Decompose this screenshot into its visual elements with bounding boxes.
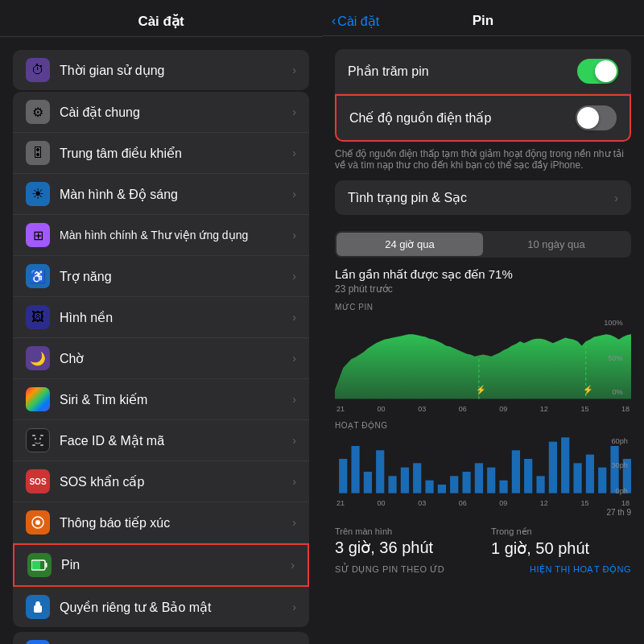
svg-rect-41	[561, 437, 569, 493]
svg-rect-11	[34, 605, 42, 613]
settings-item-wallpaper[interactable]: 🖼 Hình nền ›	[13, 297, 309, 338]
settings-item-sos[interactable]: SOS SOS khẩn cấp ›	[13, 461, 309, 502]
toggle-battery-pct[interactable]	[577, 59, 618, 84]
svg-rect-38	[524, 459, 532, 493]
charge-sub: 23 phút trước	[335, 283, 631, 295]
settings-item-general[interactable]: ⚙ Cài đặt chung ›	[13, 92, 309, 133]
settings-item-homescreen[interactable]: ⊞ Màn hình chính & Thư viện ứng dụng ›	[13, 215, 309, 256]
svg-rect-0	[32, 435, 35, 436]
arrow-screentime: ›	[292, 64, 296, 76]
svg-rect-33	[462, 472, 470, 493]
usage-footer-right[interactable]: HIỆN THỊ HOẠT ĐỘNG	[530, 564, 631, 575]
svg-rect-43	[586, 455, 594, 493]
item-label-siri: Siri & Tìm kiếm	[60, 392, 292, 407]
right-panel: ‹ Cài đặt Pin Phần trăm pin Chế độ nguồn…	[322, 0, 644, 644]
item-label-focus: Chờ	[60, 351, 292, 366]
svg-rect-3	[40, 444, 43, 446]
battery-x-labels: 21 00 03 06 09 12 15 18	[335, 405, 631, 413]
item-label-general: Cài đặt chung	[60, 105, 292, 120]
svg-rect-39	[536, 476, 544, 493]
stat-screen-title: Trên màn hình	[335, 526, 475, 536]
battery-chart-section: MỨC PIN	[335, 303, 631, 413]
appstore-icon: A	[26, 640, 50, 644]
settings-item-faceid[interactable]: Face ID & Mật mã ›	[13, 420, 309, 461]
right-header: ‹ Cài đặt Pin	[322, 0, 644, 36]
svg-text:50%: 50%	[608, 353, 623, 362]
display-icon: ☀	[26, 182, 50, 206]
battery-chart-label: MỨC PIN	[335, 303, 631, 312]
svg-point-7	[35, 520, 40, 525]
settings-item-appstore[interactable]: A App Store ›	[13, 632, 309, 644]
stat-screen: Trên màn hình 3 giờ, 36 phút	[335, 526, 475, 558]
svg-rect-27	[388, 476, 396, 493]
homescreen-icon: ⊞	[26, 223, 50, 247]
battery-chart: ⚡ ⚡ 100% 50% 0%	[335, 315, 631, 403]
settings-item-control[interactable]: 🎛 Trung tâm điều khiển ›	[13, 133, 309, 174]
privacy-icon	[26, 595, 50, 619]
stat-background-value: 1 giờ, 50 phút	[491, 539, 631, 558]
sos-icon: SOS	[26, 469, 50, 493]
settings-item-siri[interactable]: Siri & Tìm kiếm ›	[13, 379, 309, 420]
charge-info: Lần gần nhất được sạc đến 71% 23 phút tr…	[335, 267, 631, 295]
toggle-low-power-label: Chế độ nguồn điện thấp	[349, 110, 491, 126]
item-label-control: Trung tâm điều khiển	[60, 146, 292, 161]
back-chevron-icon: ‹	[332, 14, 336, 28]
tabs-container: 24 giờ qua 10 ngày qua	[335, 231, 631, 258]
svg-text:30ph: 30ph	[611, 460, 627, 469]
settings-item-battery[interactable]: Pin ›	[13, 543, 309, 587]
low-power-description: Chế độ nguồn điện thấp tạm thời giảm hoạ…	[322, 142, 644, 180]
svg-rect-29	[413, 463, 421, 493]
tab-10d[interactable]: 10 ngày qua	[483, 233, 630, 256]
toggle-low-power-thumb	[577, 107, 599, 129]
stat-background-title: Trong nền	[491, 526, 631, 537]
status-menu-wrapper: Tình trạng pin & Sạc ›	[335, 180, 631, 215]
svg-rect-37	[512, 450, 520, 493]
battery-icon	[27, 553, 52, 577]
item-label-accessibility: Trợ năng	[60, 269, 292, 284]
screentime-icon: ⏱	[26, 58, 50, 82]
item-label-display: Màn hình & Độ sáng	[60, 187, 292, 202]
back-label: Cài đặt	[337, 14, 379, 29]
svg-rect-23	[339, 459, 347, 493]
settings-list: ⏱ Thời gian sử dụng › ⚙ Cài đặt chung › …	[0, 37, 322, 644]
svg-rect-10	[46, 563, 47, 568]
charge-title: Lần gần nhất được sạc đến 71%	[335, 267, 631, 282]
date-label: 27 th 9	[335, 508, 631, 517]
svg-text:⚡: ⚡	[583, 384, 593, 394]
settings-item-screentime[interactable]: ⏱ Thời gian sử dụng ›	[13, 50, 309, 90]
control-icon: 🎛	[26, 141, 50, 165]
stats-row: Trên màn hình 3 giờ, 36 phút Trong nền 1…	[335, 526, 631, 558]
svg-rect-40	[549, 442, 557, 493]
item-label-exposure: Thông báo tiếp xúc	[60, 515, 292, 530]
status-menu-arrow: ›	[614, 192, 618, 204]
exposure-icon	[26, 510, 50, 535]
svg-text:⚡: ⚡	[476, 384, 486, 394]
tab-24h[interactable]: 24 giờ qua	[336, 233, 483, 256]
left-header: Cài đặt	[0, 0, 322, 37]
svg-text:0ph: 0ph	[616, 485, 628, 494]
status-menu-row[interactable]: Tình trạng pin & Sạc ›	[335, 180, 631, 215]
toggle-low-power[interactable]	[576, 105, 617, 130]
activity-chart: 60ph 30ph 0ph	[335, 433, 631, 497]
svg-rect-9	[32, 561, 40, 569]
settings-item-accessibility[interactable]: ♿ Trợ năng ›	[13, 256, 309, 297]
svg-rect-28	[401, 468, 409, 493]
left-title: Cài đặt	[0, 13, 322, 30]
svg-rect-2	[32, 444, 35, 446]
toggle-battery-pct-label: Phần trăm pin	[348, 64, 429, 79]
settings-item-focus[interactable]: 🌙 Chờ ›	[13, 338, 309, 379]
accessibility-icon: ♿	[26, 264, 50, 288]
settings-item-exposure[interactable]: Thông báo tiếp xúc ›	[13, 502, 309, 543]
svg-text:100%: 100%	[604, 318, 623, 327]
svg-rect-25	[364, 472, 372, 493]
settings-item-display[interactable]: ☀ Màn hình & Độ sáng ›	[13, 174, 309, 215]
toggle-battery-pct-row: Phần trăm pin	[335, 49, 631, 94]
svg-rect-42	[573, 463, 581, 493]
svg-rect-26	[376, 450, 384, 493]
back-button[interactable]: ‹ Cài đặt	[332, 14, 379, 29]
svg-rect-35	[487, 468, 495, 493]
general-icon: ⚙	[26, 100, 50, 124]
focus-icon: 🌙	[26, 346, 50, 370]
svg-rect-30	[425, 481, 433, 493]
settings-item-privacy[interactable]: Quyền riêng tư & Bảo mật ›	[13, 587, 309, 627]
